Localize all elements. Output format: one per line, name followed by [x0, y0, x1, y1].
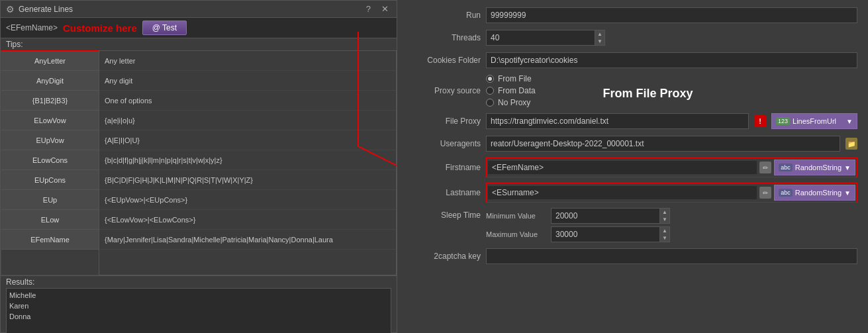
proxy-radio-item[interactable]: From File: [486, 74, 536, 83]
lastname-input[interactable]: [488, 186, 757, 199]
proxy-radio-group: From FileFrom DataNo Proxy: [486, 74, 536, 107]
generate-lines-window: ⚙ Generate Lines ? ✕ <EFemName> Customiz…: [0, 0, 397, 333]
tip-button[interactable]: {B1|B2|B3}: [1, 91, 99, 111]
tip-button[interactable]: ELowVow: [1, 111, 99, 130]
file-proxy-error-icon: !: [754, 115, 766, 127]
sleep-min-down[interactable]: ▼: [660, 216, 669, 223]
window-title: Generate Lines: [19, 5, 73, 14]
useragents-folder-icon[interactable]: 📁: [845, 138, 857, 150]
tips-label: Tips:: [1, 38, 397, 50]
tip-desc: {Mary|Jennifer|Lisa|Sandra|Michelle|Patr…: [99, 230, 396, 250]
threads-up[interactable]: ▲: [595, 30, 604, 38]
run-row: Run: [408, 7, 857, 24]
firstname-row: Firstname ✏ abc RandomString ▼: [408, 158, 857, 177]
tip-desc: {<ELowVow>|<ELowCons>}: [99, 210, 396, 230]
captcha-row: 2captcha key: [408, 248, 857, 265]
lastname-chevron-icon: ▼: [844, 189, 851, 197]
firstname-type-label: RandomString: [795, 164, 842, 171]
titlebar-left: ⚙ Generate Lines: [6, 4, 73, 15]
results-area: Results: MichelleKarenDonna: [1, 275, 397, 333]
help-button[interactable]: ?: [363, 4, 373, 14]
result-item: Michelle: [9, 290, 388, 301]
useragents-label: Useragents: [408, 139, 481, 148]
radio-circle: [486, 87, 494, 95]
results-list: MichelleKarenDonna: [6, 288, 391, 333]
captcha-label: 2captcha key: [408, 252, 481, 261]
proxy-radio-item[interactable]: No Proxy: [486, 98, 536, 107]
firstname-input[interactable]: [488, 161, 757, 174]
useragents-row: Useragents 📁: [408, 135, 857, 152]
test-button[interactable]: @ Test: [142, 21, 187, 35]
threads-row: Threads 40 ▲ ▼: [408, 29, 857, 46]
firstname-label: Firstname: [408, 163, 481, 172]
tip-button[interactable]: EUp: [1, 190, 99, 210]
firstname-chevron-icon: ▼: [844, 164, 851, 171]
radio-label: No Proxy: [498, 98, 530, 107]
tip-button[interactable]: AnyDigit: [1, 71, 99, 91]
tips-desc-column: Any letterAny digitOne of options{a|e|i|…: [99, 50, 397, 275]
file-proxy-input[interactable]: [486, 113, 749, 129]
lastname-type-dropdown[interactable]: abc RandomString ▼: [774, 185, 855, 201]
lastname-badge: abc: [779, 189, 793, 197]
run-label: Run: [408, 11, 481, 20]
tip-desc: {B|C|D|F|G|H|J|K|L|M|N|P|Q|R|S|T|V|W|X|Y…: [99, 170, 396, 190]
sleep-min-value: 20000: [552, 210, 659, 222]
sleep-max-spinbox[interactable]: 30000 ▲ ▼: [551, 226, 670, 242]
threads-arrows: ▲ ▼: [595, 30, 604, 45]
cookies-row: Cookies Folder: [408, 52, 857, 69]
file-proxy-label: File Proxy: [408, 117, 481, 126]
tip-button[interactable]: ELow: [1, 210, 99, 230]
cookies-input[interactable]: [486, 52, 857, 68]
customize-label: Customize here: [63, 23, 137, 34]
sleep-min-up[interactable]: ▲: [660, 209, 669, 216]
sleep-max-down[interactable]: ▼: [660, 234, 669, 242]
tip-button[interactable]: EUpVow: [1, 130, 99, 150]
sleep-min-arrows: ▲ ▼: [659, 209, 669, 223]
proxy-row: Proxy source From FileFrom DataNo Proxy: [408, 74, 857, 107]
tips-buttons-column: AnyLetterAnyDigit{B1|B2|B3}ELowVowEUpVow…: [1, 50, 99, 275]
firstname-badge: abc: [779, 164, 793, 171]
sleep-min-label: Minimum Value: [486, 212, 546, 220]
sleep-inputs: Minimum Value 20000 ▲ ▼ Maximum Value 30…: [486, 208, 670, 242]
sleep-max-arrows: ▲ ▼: [659, 227, 669, 242]
useragents-input[interactable]: [486, 136, 840, 152]
sleep-label: Sleep Time: [408, 208, 481, 220]
titlebar: ⚙ Generate Lines ? ✕: [1, 1, 397, 18]
window-icon: ⚙: [6, 4, 15, 15]
dropdown-chevron-icon: ▼: [846, 118, 853, 125]
right-panel: Run Threads 40 ▲ ▼ Cookies Folder Proxy …: [397, 0, 868, 333]
file-proxy-row: File Proxy ! 123 LinesFromUrl ▼: [408, 113, 857, 130]
tip-desc: {b|c|d|f|g|h|j|k|l|m|n|p|q|r|s|t|v|w|x|y…: [99, 150, 396, 170]
file-proxy-type-dropdown[interactable]: 123 LinesFromUrl ▼: [771, 113, 857, 129]
left-panel: AnyLetterAnyDigit{B1|B2|B3}ELowVowEUpVow…: [1, 50, 397, 275]
radio-label: From Data: [498, 86, 536, 95]
tip-button[interactable]: AnyLetter: [1, 51, 99, 71]
sleep-max-up[interactable]: ▲: [660, 227, 669, 234]
sleep-max-value: 30000: [552, 228, 659, 240]
sleep-min-spinbox[interactable]: 20000 ▲ ▼: [551, 208, 670, 224]
sleep-min-row: Minimum Value 20000 ▲ ▼: [486, 208, 670, 224]
sleep-section: Sleep Time Minimum Value 20000 ▲ ▼ Maxim…: [408, 208, 857, 242]
close-button[interactable]: ✕: [379, 4, 391, 14]
firstname-edit-icon[interactable]: ✏: [759, 162, 771, 173]
threads-label: Threads: [408, 33, 481, 42]
tip-desc: {<EUpVow>|<EUpCons>}: [99, 190, 396, 210]
tip-desc: {A|E|I|O|U}: [99, 130, 396, 150]
proxy-radio-item[interactable]: From Data: [486, 86, 536, 95]
result-item: Donna: [9, 311, 388, 322]
file-proxy-type-label: LinesFromUrl: [793, 117, 836, 125]
threads-spinbox[interactable]: 40 ▲ ▼: [486, 30, 605, 46]
captcha-input[interactable]: [486, 248, 857, 264]
tip-button[interactable]: EUpCons: [1, 170, 99, 190]
lastname-highlight: ✏ abc RandomString ▼: [486, 183, 857, 203]
threads-down[interactable]: ▼: [595, 38, 604, 45]
tip-button[interactable]: EFemName: [1, 230, 99, 250]
firstname-type-dropdown[interactable]: abc RandomString ▼: [774, 160, 855, 175]
firstname-highlight: ✏ abc RandomString ▼: [486, 158, 857, 177]
run-input[interactable]: [486, 7, 857, 23]
template-placeholder: <EFemName>: [6, 23, 58, 32]
lastname-edit-icon[interactable]: ✏: [759, 187, 771, 199]
tip-button[interactable]: ELowCons: [1, 150, 99, 170]
template-area: <EFemName> Customize here @ Test: [1, 18, 397, 38]
proxy-source-label: Proxy source: [408, 86, 481, 95]
